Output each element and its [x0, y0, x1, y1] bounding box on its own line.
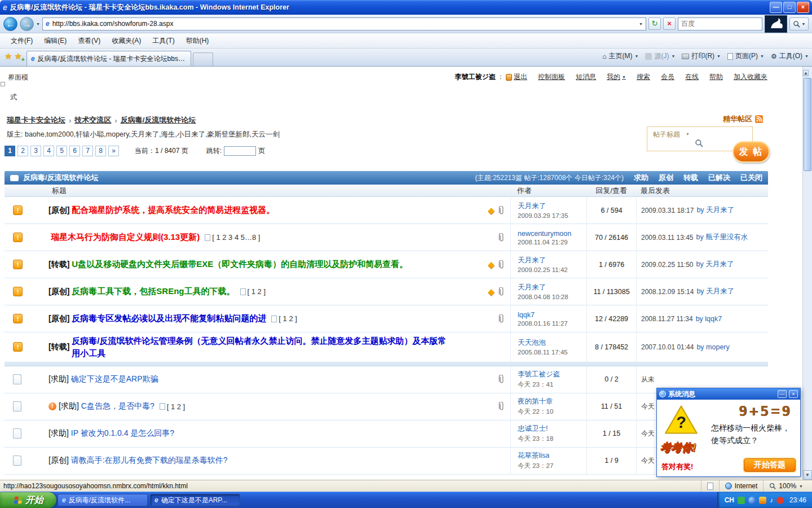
- ime-indicator[interactable]: CH: [725, 496, 734, 504]
- topic-link[interactable]: 请教高手:在那儿有免费下载的瑞星杀毒软件?: [71, 456, 228, 466]
- search-box[interactable]: [678, 17, 762, 30]
- page-8[interactable]: 8: [95, 146, 106, 156]
- last-post-author[interactable]: by 天月来了: [696, 287, 734, 296]
- topic-pages[interactable]: [ 1 2 ]: [167, 402, 186, 411]
- topic-author[interactable]: 花草茶lisa: [518, 451, 586, 461]
- popup-minimize-button[interactable]: —: [778, 390, 787, 398]
- search-input[interactable]: [681, 20, 769, 28]
- favorites-star-icon[interactable]: ★: [5, 51, 12, 62]
- filter-help[interactable]: 求助: [634, 173, 648, 183]
- skin-checkbox[interactable]: [1, 82, 5, 86]
- menu-edit[interactable]: 编辑(E): [39, 34, 72, 47]
- last-post-author[interactable]: by lqqk7: [696, 315, 722, 323]
- last-post-author[interactable]: by 瓶子里没有水: [696, 233, 748, 242]
- menu-view[interactable]: 查看(V): [73, 34, 105, 47]
- tray-alert-icon[interactable]: [776, 497, 784, 504]
- topic-author[interactable]: lqqk7: [518, 311, 586, 319]
- topic-pages[interactable]: [ 1 2 ]: [248, 287, 266, 296]
- page-5[interactable]: 5: [56, 146, 67, 156]
- menu-file[interactable]: 文件(F): [6, 34, 38, 47]
- back-button[interactable]: ←: [3, 17, 17, 31]
- filter-original[interactable]: 原创: [659, 173, 673, 183]
- page-7[interactable]: 7: [82, 146, 93, 156]
- url-input[interactable]: [52, 20, 636, 28]
- task-button-arp[interactable]: e 确定下这是不是ARP...: [150, 494, 240, 506]
- task-button-forum[interactable]: e 反病毒/反流氓软件...: [58, 494, 148, 506]
- forward-button[interactable]: →: [20, 17, 34, 31]
- address-field[interactable]: e ▼: [42, 17, 646, 30]
- topic-pages[interactable]: [ 1 2 3 4 5…8 ]: [212, 233, 260, 242]
- search-icon[interactable]: [695, 139, 703, 147]
- nav-members[interactable]: 会员: [661, 72, 674, 82]
- menu-help[interactable]: 帮助(H): [181, 34, 214, 47]
- minimize-button[interactable]: —: [770, 2, 782, 13]
- page-next[interactable]: »: [108, 146, 119, 156]
- topic-link[interactable]: U盘以及移动硬盘内文件夹后缀带EXE（即文件夹病毒）的自助清理以及防护和简易查看…: [72, 259, 408, 270]
- scroll-down-icon[interactable]: ▼: [803, 470, 812, 480]
- topic-link[interactable]: 反病毒工具下载，包括SREng工具的下载。: [72, 286, 235, 297]
- last-post-author[interactable]: by 天月来了: [696, 260, 734, 269]
- nav-help[interactable]: 帮助: [709, 72, 723, 82]
- breadcrumb-section[interactable]: 技术交流区: [74, 115, 111, 125]
- filter-closed[interactable]: 已关闭: [740, 173, 762, 183]
- filter-repost[interactable]: 转载: [683, 173, 698, 183]
- menu-favorites[interactable]: 收藏夹(A): [107, 34, 146, 47]
- topic-author[interactable]: 天天泡泡: [518, 338, 586, 348]
- stop-button[interactable]: ×: [663, 17, 676, 30]
- last-post-author[interactable]: by 天月来了: [696, 205, 734, 215]
- nav-messages[interactable]: 短消息: [576, 72, 596, 82]
- topic-link[interactable]: C盘告急，是否中毒?: [81, 401, 155, 411]
- nav-mine[interactable]: 我的▼: [607, 72, 626, 82]
- search-go-button[interactable]: ▼: [789, 17, 809, 30]
- nav-search[interactable]: 搜索: [637, 72, 650, 82]
- nav-add-favorite[interactable]: 加入收藏夹: [734, 72, 767, 82]
- breadcrumb-current[interactable]: 反病毒/反流氓软件论坛: [121, 115, 196, 125]
- vertical-scrollbar[interactable]: ▲ ▼: [802, 67, 812, 480]
- page-6[interactable]: 6: [69, 146, 80, 156]
- tray-rising-icon[interactable]: [759, 497, 766, 504]
- zoom-control[interactable]: 100% ▼: [763, 480, 809, 492]
- feeds-button[interactable]: 源(J) ▼: [645, 51, 675, 61]
- home-button[interactable]: ⌂ 主页(M) ▼: [602, 51, 638, 61]
- topic-link[interactable]: 反病毒/反流氓软件论坛管理条例（无意义回帖者永久禁止访问。禁止随意发多主题贴求助…: [72, 335, 453, 360]
- nav-control-panel[interactable]: 控制面板: [538, 72, 565, 82]
- address-dropdown-icon[interactable]: ▼: [639, 22, 643, 26]
- scrollbar-thumb[interactable]: [804, 78, 811, 171]
- topic-link[interactable]: 配合瑞星防护系统，提高系统安全的简易进程监视器。: [72, 205, 275, 216]
- search-options-icon[interactable]: ▼: [802, 22, 806, 26]
- elite-posts-link[interactable]: 精华帖区: [723, 114, 752, 124]
- page-2[interactable]: 2: [17, 146, 28, 156]
- tray-messenger-icon[interactable]: [738, 497, 745, 504]
- search-field-dropdown-icon[interactable]: ▼: [686, 132, 690, 136]
- menu-tools[interactable]: 工具(T): [147, 34, 179, 47]
- topic-link[interactable]: IP 被改为0.1.0.4 是怎么回事?: [71, 428, 174, 439]
- popup-close-button[interactable]: ×: [789, 390, 798, 398]
- topic-link[interactable]: 瑞星木马行为防御自定义规则(3.13更新): [51, 232, 200, 243]
- add-favorite-icon[interactable]: ★+: [14, 51, 21, 62]
- search-field-label[interactable]: 帖子标题: [653, 130, 680, 139]
- scroll-up-icon[interactable]: ▲: [803, 70, 809, 76]
- jump-page-input[interactable]: [224, 146, 256, 156]
- new-tab-button[interactable]: [193, 52, 213, 66]
- page-menu-button[interactable]: 页面(P) ▼: [727, 51, 764, 61]
- print-button[interactable]: 打印(R) ▼: [682, 51, 721, 61]
- start-button[interactable]: 开始: [0, 492, 56, 508]
- tray-kaka-icon[interactable]: [748, 497, 756, 504]
- history-dropdown-icon[interactable]: ▼: [36, 22, 40, 26]
- topic-author[interactable]: 天月来了: [518, 256, 586, 265]
- filter-solved[interactable]: 已解决: [708, 173, 730, 183]
- topic-author[interactable]: 李號工被ジ盗: [518, 370, 586, 379]
- page-1[interactable]: 1: [5, 146, 15, 156]
- breadcrumb-root[interactable]: 瑞星卡卡安全论坛: [7, 115, 65, 125]
- nav-online[interactable]: 在线: [685, 72, 699, 82]
- topic-link[interactable]: 反病毒专区发帖必读以及出现不能复制粘贴问题的进: [72, 313, 266, 324]
- zoom-dropdown-icon[interactable]: ▼: [799, 484, 803, 488]
- topic-pages[interactable]: [ 1 2 ]: [279, 314, 297, 323]
- browser-tab-active[interactable]: e 反病毒/反流氓软件论坛 - 瑞星卡卡安全论坛bbs.ik...: [27, 51, 191, 66]
- refresh-button[interactable]: ↻: [648, 17, 661, 30]
- topic-author[interactable]: 忠诚卫士!: [518, 424, 586, 433]
- topic-author[interactable]: 夜的第十章: [518, 397, 586, 406]
- start-quiz-button[interactable]: 开始答题: [744, 458, 796, 472]
- tools-menu-button[interactable]: ⚙ 工具(O) ▼: [771, 51, 809, 61]
- clock[interactable]: 23:46: [789, 496, 806, 504]
